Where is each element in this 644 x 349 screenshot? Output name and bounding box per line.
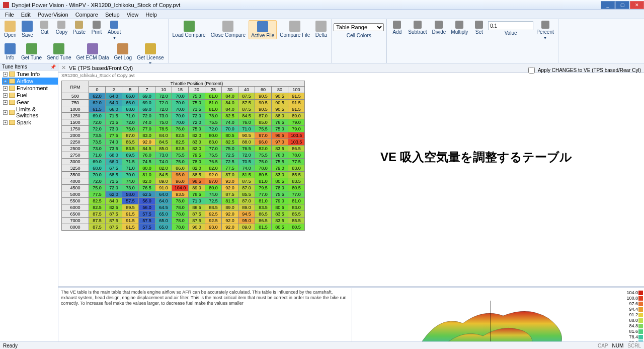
- table-range-select[interactable]: Table Range: [334, 23, 384, 31]
- color-legend: 104.0100.897.694.491.288.084.881.678.475…: [626, 290, 643, 341]
- tree-item-spark[interactable]: +Spark: [2, 119, 58, 126]
- description-panel: The VE table is the main table that mode…: [58, 288, 352, 341]
- cut-button[interactable]: Cut: [36, 20, 52, 41]
- minimize-button[interactable]: _: [601, 1, 615, 9]
- load-compare-button[interactable]: Load Compare: [171, 20, 208, 39]
- pin-icon[interactable]: 📌: [50, 64, 56, 69]
- ribbon: Open Save Cut Copy Paste Print About▾ In…: [0, 19, 644, 63]
- paste-button[interactable]: Paste: [70, 20, 88, 41]
- tune-items-tree: Tune Items📌 +Tune Info +Airflow +Environ…: [0, 63, 58, 341]
- status-num: NUM: [612, 343, 624, 348]
- add-button[interactable]: Add: [389, 20, 405, 41]
- ve-table[interactable]: RPMThrottle Position (Percent)0257101520…: [61, 81, 305, 231]
- get-license-button[interactable]: Get License▾: [135, 43, 166, 66]
- send-tune-button[interactable]: Send Tune: [45, 43, 73, 66]
- tree-item-limits[interactable]: +Limits & Switches: [2, 106, 58, 119]
- menu-view[interactable]: View: [124, 11, 142, 18]
- tree-item-tune-info[interactable]: +Tune Info: [2, 71, 58, 78]
- copy-button[interactable]: Copy: [53, 20, 69, 41]
- menu-compare[interactable]: Compare: [72, 11, 101, 18]
- multiply-button[interactable]: Multiply: [449, 20, 470, 41]
- menu-edit[interactable]: Edit: [18, 11, 34, 18]
- menu-powervision[interactable]: PowerVision: [35, 11, 71, 18]
- tree-item-airflow[interactable]: +Airflow: [2, 78, 58, 85]
- menu-help[interactable]: Help: [142, 11, 160, 18]
- about-button[interactable]: About▾: [106, 20, 123, 41]
- close-compare-button[interactable]: Close Compare: [209, 20, 248, 39]
- status-cap: CAP: [598, 343, 608, 348]
- app-icon: [3, 2, 9, 8]
- subtract-button[interactable]: Subtract: [406, 20, 429, 41]
- tree-header: Tune Items📌: [0, 63, 58, 71]
- apply-changes-checkbox[interactable]: Apply CHANGES to VE (TPS based/Rear Cyl): [526, 65, 641, 75]
- menu-file[interactable]: File: [2, 11, 17, 18]
- delta-button[interactable]: Delta: [313, 20, 329, 39]
- get-log-button[interactable]: Get Log: [112, 43, 134, 66]
- close-button[interactable]: ✕: [630, 1, 644, 9]
- status-ready: Ready: [3, 343, 18, 348]
- annotation-text: VE 吸入空気量を調整するテーブル: [380, 149, 572, 165]
- set-button[interactable]: Set: [471, 20, 487, 41]
- compare-file-button[interactable]: Compare File: [278, 20, 312, 39]
- get-ecm-button[interactable]: Get ECM Data: [74, 43, 111, 66]
- tab-title: VE (TPS based/Front Cyl): [69, 65, 133, 71]
- info-button[interactable]: Info: [2, 43, 18, 66]
- save-button[interactable]: Save: [19, 20, 35, 41]
- status-scrl: SCRL: [627, 343, 641, 348]
- menu-setup[interactable]: Setup: [102, 11, 123, 18]
- 3d-graph[interactable]: 106 8000 Throttle Position (Percent) RPM…: [352, 288, 644, 341]
- maximize-button[interactable]: ▢: [615, 1, 629, 9]
- window-title: Dynojet Power Vision - WinPV - XR1200_Ic…: [12, 2, 180, 8]
- active-file-button[interactable]: Active File: [249, 20, 277, 39]
- tree-item-fuel[interactable]: +Fuel: [2, 92, 58, 99]
- print-button[interactable]: Print: [89, 20, 105, 41]
- menu-bar: File Edit PowerVision Compare Setup View…: [0, 10, 644, 19]
- value-input[interactable]: [488, 21, 533, 30]
- open-button[interactable]: Open: [2, 20, 18, 41]
- cell-colors-label: Cell Colors: [334, 33, 384, 38]
- divide-button[interactable]: Divide: [430, 20, 448, 41]
- tree-item-environment[interactable]: +Environment: [2, 85, 58, 92]
- tab-close-icon[interactable]: ✕: [61, 64, 66, 71]
- get-tune-button[interactable]: Get Tune: [19, 43, 44, 66]
- tree-item-gear[interactable]: +Gear: [2, 99, 58, 106]
- status-bar: Ready CAP NUM SCRL: [0, 341, 644, 349]
- percent-button[interactable]: Percent▾: [534, 20, 555, 41]
- title-bar: Dynojet Power Vision - WinPV - XR1200_Ic…: [0, 0, 644, 10]
